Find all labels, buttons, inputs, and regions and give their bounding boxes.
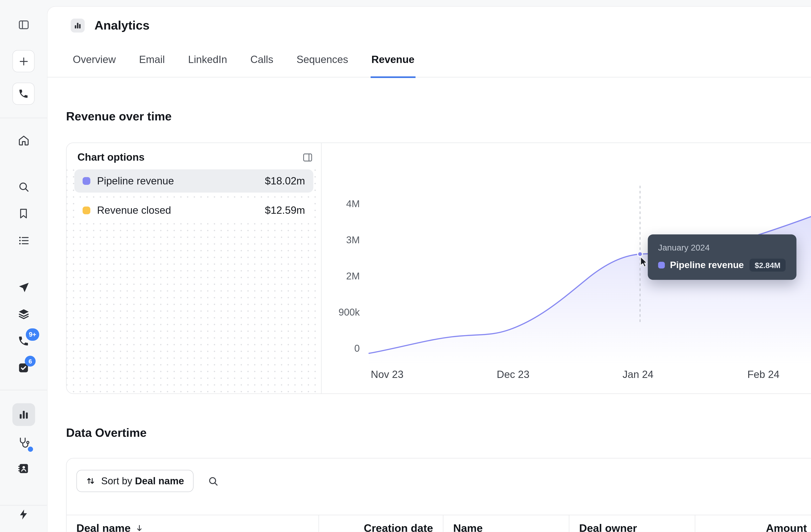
sidebar-divider xyxy=(0,118,47,118)
column-header-deal-owner[interactable]: Deal owner xyxy=(569,515,695,532)
tab-email[interactable]: Email xyxy=(138,53,166,77)
nav-calls[interactable]: 9+ xyxy=(0,335,47,347)
legend-item-pipeline-revenue[interactable]: Pipeline revenue $18.02m xyxy=(74,169,313,193)
y-tick: 0 xyxy=(322,343,360,354)
sort-button[interactable]: Sort by Deal name xyxy=(76,470,193,492)
tab-calls[interactable]: Calls xyxy=(249,53,274,77)
x-tick: Nov 23 xyxy=(371,369,403,381)
nav-lists[interactable] xyxy=(0,234,47,247)
series-value: $12.59m xyxy=(265,204,305,216)
nav-search[interactable] xyxy=(0,181,47,193)
y-tick: 900k xyxy=(322,307,360,318)
nav-bookmarks[interactable] xyxy=(0,208,47,219)
column-header-name[interactable]: Name xyxy=(443,515,569,532)
data-table-card: Sort by Deal name Deal name xyxy=(66,458,811,532)
chart-tooltip: January 2024 Pipeline revenue $2.84M xyxy=(648,234,797,280)
x-tick: Feb 24 xyxy=(747,369,780,381)
health-notification-dot xyxy=(27,446,34,453)
dialer-button[interactable] xyxy=(0,82,47,105)
data-point-marker xyxy=(638,252,642,257)
sort-field-label: Deal name xyxy=(135,475,184,486)
table-header-row: Deal name Creation date Name Deal owner … xyxy=(67,515,811,532)
analytics-tabs: Overview Email LinkedIn Calls Sequences … xyxy=(47,53,811,78)
section-title-revenue-over-time: Revenue over time xyxy=(66,108,811,124)
tab-sequences[interactable]: Sequences xyxy=(295,53,349,77)
revenue-chart-card: Chart options Pipeline revenue $18.02m xyxy=(66,142,811,394)
phone-icon xyxy=(18,88,29,99)
sort-prefix-label: Sort by xyxy=(101,475,132,486)
layers-icon xyxy=(17,308,30,320)
send-icon xyxy=(17,282,30,294)
nav-contacts[interactable] xyxy=(0,462,47,475)
app-header: Analytics xyxy=(47,7,811,33)
tab-overview[interactable]: Overview xyxy=(72,53,117,77)
nav-health[interactable] xyxy=(0,436,47,449)
sidebar: 9+ 6 xyxy=(0,0,47,532)
y-tick: 4M xyxy=(322,198,360,210)
series-color-swatch xyxy=(658,262,665,269)
nav-outreach[interactable] xyxy=(0,282,47,294)
nav-analytics[interactable] xyxy=(0,403,47,426)
content-area: Revenue over time Chart options Pipeline… xyxy=(47,108,811,532)
tasks-badge: 6 xyxy=(25,356,36,367)
x-tick: Jan 24 xyxy=(623,369,654,381)
bar-chart-icon xyxy=(74,21,82,29)
chart-options-title: Chart options xyxy=(77,151,144,163)
series-name: Pipeline revenue xyxy=(97,175,174,187)
tab-revenue[interactable]: Revenue xyxy=(370,53,415,78)
bar-chart-icon xyxy=(18,409,29,420)
section-title-data-overtime: Data Overtime xyxy=(66,425,811,441)
tab-linkedin[interactable]: LinkedIn xyxy=(187,53,228,77)
analytics-app-icon xyxy=(71,18,85,32)
nav-tasks[interactable]: 6 xyxy=(0,362,47,374)
series-color-swatch xyxy=(82,177,90,185)
table-toolbar: Sort by Deal name xyxy=(67,458,811,492)
active-nav-highlight xyxy=(12,403,35,426)
home-icon xyxy=(17,134,30,147)
column-header-creation-date[interactable]: Creation date xyxy=(319,515,443,532)
contact-card-icon xyxy=(18,462,30,475)
x-tick: Dec 23 xyxy=(497,369,530,381)
tooltip-title: January 2024 xyxy=(658,243,786,253)
search-icon xyxy=(208,475,219,487)
sort-arrows-icon xyxy=(86,476,96,486)
y-tick: 2M xyxy=(322,271,360,282)
sidebar-divider xyxy=(0,390,47,391)
nav-home[interactable] xyxy=(0,134,47,147)
main-panel: Analytics Overview Email LinkedIn Calls … xyxy=(47,6,811,532)
series-value: $18.02m xyxy=(265,175,305,187)
y-tick: 3M xyxy=(322,234,360,246)
calls-badge: 9+ xyxy=(26,329,39,341)
chart-options-panel: Chart options Pipeline revenue $18.02m xyxy=(67,143,322,394)
sidebar-divider xyxy=(0,505,47,505)
bookmark-icon xyxy=(18,208,30,219)
tooltip-series-name: Pipeline revenue xyxy=(670,260,744,271)
panel-left-icon xyxy=(17,19,30,31)
list-icon xyxy=(17,234,30,247)
revenue-chart-plot[interactable]: 4M 3M 2M 900k 0 Nov 23 Dec 23 Jan 24 Feb… xyxy=(322,143,811,394)
series-name: Revenue closed xyxy=(97,204,171,216)
column-header-deal-name[interactable]: Deal name xyxy=(67,515,319,532)
legend-item-revenue-closed[interactable]: Revenue closed $12.59m xyxy=(74,199,313,222)
app-window: 9+ 6 xyxy=(0,0,811,532)
nav-stacks[interactable] xyxy=(0,308,47,320)
nav-automations[interactable] xyxy=(0,509,47,521)
plus-icon xyxy=(18,56,29,67)
lightning-icon xyxy=(18,509,30,521)
collapse-panel-icon[interactable] xyxy=(302,152,313,163)
sort-desc-icon xyxy=(135,524,143,532)
column-header-amount[interactable]: Amount xyxy=(695,515,811,532)
new-button[interactable] xyxy=(0,50,47,73)
table-search-button[interactable] xyxy=(202,470,225,492)
search-icon xyxy=(17,181,30,193)
page-title: Analytics xyxy=(95,18,150,33)
tooltip-value: $2.84M xyxy=(749,258,786,272)
sidebar-collapse-button[interactable] xyxy=(0,19,47,31)
series-color-swatch xyxy=(82,207,90,214)
